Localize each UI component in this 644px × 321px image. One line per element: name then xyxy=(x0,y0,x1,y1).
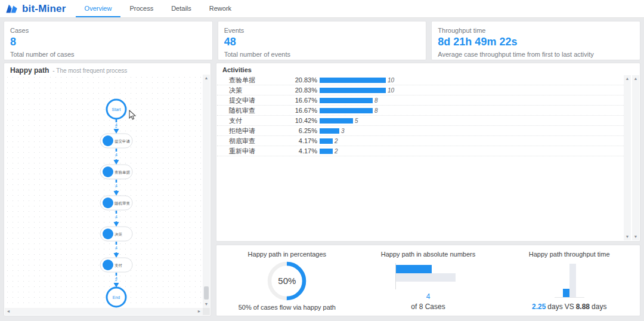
activity-value: 3 xyxy=(341,128,345,134)
activity-row[interactable]: 重新申请4.17%2 xyxy=(217,146,624,156)
flow-node-activity[interactable]: 支付 xyxy=(100,258,132,272)
card-description: Total number of events xyxy=(224,51,420,58)
scroll-up-icon[interactable]: ▲ xyxy=(632,75,639,82)
happy-path-stats-panel: Happy path in percentages 50% 50% of cas… xyxy=(216,245,640,316)
tab-details[interactable]: Details xyxy=(162,0,200,17)
total-cases-label: of 8 Cases xyxy=(411,303,445,311)
total-cases-bar xyxy=(396,273,456,282)
activities-panel: Activities 查验单据20.83%10决策20.83%10提交申请16.… xyxy=(216,63,640,242)
activities-rows: 查验单据20.83%10决策20.83%10提交申请16.67%8随机审查16.… xyxy=(217,75,624,240)
flow-edge[interactable]: 4 xyxy=(114,211,119,227)
happy-path-title: Happy path xyxy=(10,66,49,75)
scrollbar-thumb[interactable] xyxy=(204,286,209,300)
summary-card: Throughput time8d 21h 49m 22sAverage cas… xyxy=(431,21,640,60)
scroll-right-icon[interactable]: ► xyxy=(196,308,203,315)
scroll-down-icon[interactable]: ▼ xyxy=(203,301,210,308)
tab-rework[interactable]: Rework xyxy=(200,0,240,17)
activities-outer-scrollbar[interactable]: ▲ ▼ xyxy=(632,75,639,240)
activity-bar xyxy=(320,98,373,103)
tab-process[interactable]: Process xyxy=(120,0,162,17)
activity-value: 8 xyxy=(374,97,378,104)
flow-node-start[interactable]: Start xyxy=(107,100,126,119)
app-header: bit-Miner OverviewProcessDetailsRework xyxy=(0,0,644,18)
happy-path-vertical-scrollbar[interactable]: ▲ ▼ xyxy=(203,75,210,308)
flow-node-activity[interactable]: 决策 xyxy=(100,227,132,241)
card-label: Throughput time xyxy=(438,27,634,34)
activity-label: 随机审查 xyxy=(229,106,281,115)
flow-edge[interactable]: 4 xyxy=(114,149,119,165)
activity-row[interactable]: 支付10.42%5 xyxy=(217,116,624,126)
stat-throughput-caption: 2.25daysVS8.88days xyxy=(532,303,606,311)
tab-overview[interactable]: Overview xyxy=(76,0,121,17)
flow-edge[interactable]: 4 xyxy=(114,180,119,196)
activity-row[interactable]: 拒绝申请6.25%3 xyxy=(217,126,624,136)
flow-edge[interactable]: 4 xyxy=(114,273,119,288)
svg-text:Start: Start xyxy=(112,107,121,112)
activity-label: 重新申请 xyxy=(229,147,281,156)
stat-percentages-caption: 50% of cases flow via happy path xyxy=(239,304,336,311)
brand: bit-Miner xyxy=(0,0,66,17)
stat-absolute-caption: 4 of 8 Cases xyxy=(411,293,445,311)
svg-text:决策: 决策 xyxy=(114,232,123,236)
happy-days-value: 2.25 xyxy=(532,303,546,311)
edge-frequency-label: 4 xyxy=(115,123,117,127)
activity-percent: 16.67% xyxy=(281,107,317,114)
activity-percent: 10.42% xyxy=(281,117,317,124)
donut-center-label: 50% xyxy=(265,260,308,303)
happy-path-diagram[interactable]: 444444Start提交申请查验单据随机审查决策支付End xyxy=(5,75,203,308)
flow-node-end[interactable]: End xyxy=(107,288,126,307)
days-unit: days xyxy=(547,303,562,311)
activities-title: Activities xyxy=(222,66,252,73)
happy-cases-value: 4 xyxy=(426,293,431,301)
stat-absolute: Happy path in absolute numbers 4 of 8 Ca… xyxy=(358,245,499,316)
stat-absolute-title: Happy path in absolute numbers xyxy=(381,251,475,258)
svg-text:查验单据: 查验单据 xyxy=(114,170,131,175)
activity-bar xyxy=(320,88,386,93)
activity-percent: 20.83% xyxy=(281,76,317,84)
edge-frequency-label: 4 xyxy=(115,153,117,157)
scroll-down-icon[interactable]: ▼ xyxy=(632,233,639,240)
edge-frequency-label: 4 xyxy=(115,246,117,250)
mouse-cursor xyxy=(129,110,136,121)
activity-percent: 16.67% xyxy=(281,97,317,104)
activity-row[interactable]: 提交申请16.67%8 xyxy=(217,95,624,106)
svg-text:支付: 支付 xyxy=(114,263,123,268)
flow-edge[interactable]: 4 xyxy=(114,119,119,134)
activity-value: 8 xyxy=(374,107,378,114)
stat-percentages-title: Happy path in percentages xyxy=(248,251,326,258)
scroll-left-icon[interactable]: ◄ xyxy=(5,308,12,315)
happy-path-horizontal-scrollbar[interactable]: ◄ ► xyxy=(5,308,203,315)
card-value: 48 xyxy=(224,36,420,48)
svg-text:随机审查: 随机审查 xyxy=(114,201,131,206)
activities-inner-scrollbar[interactable]: ▲ ▼ xyxy=(624,75,631,240)
flow-node-activity[interactable]: 查验单据 xyxy=(100,165,132,179)
card-value: 8d 21h 49m 22s xyxy=(438,36,634,48)
happy-path-throughput-chart xyxy=(555,263,584,298)
activity-percent: 4.17% xyxy=(281,137,317,144)
activity-percent: 6.25% xyxy=(281,127,317,134)
scrollbar-corner xyxy=(203,308,210,315)
days-unit: days xyxy=(592,303,606,311)
flow-node-activity[interactable]: 随机审查 xyxy=(100,196,132,210)
app-title: bit-Miner xyxy=(22,3,66,15)
activities-scrollbars: ▲ ▼ ▲ ▼ xyxy=(624,75,639,240)
activity-value: 10 xyxy=(388,77,394,84)
flow-edge[interactable]: 4 xyxy=(114,242,119,258)
activity-value: 2 xyxy=(335,138,338,144)
scroll-down-icon[interactable]: ▼ xyxy=(624,233,631,240)
activity-row[interactable]: 随机审查16.67%8 xyxy=(217,106,624,116)
activity-row[interactable]: 决策20.83%10 xyxy=(217,85,624,95)
happy-cases-bar xyxy=(396,265,432,273)
activity-bar xyxy=(320,78,386,83)
flow-node-activity[interactable]: 提交申请 xyxy=(100,134,132,148)
activity-bar xyxy=(320,149,333,154)
card-label: Events xyxy=(224,27,420,34)
activity-row[interactable]: 彻底审查4.17%2 xyxy=(217,136,624,146)
activity-row[interactable]: 查验单据20.83%10 xyxy=(217,75,624,85)
activity-label: 查验单据 xyxy=(229,76,281,85)
scroll-up-icon[interactable]: ▲ xyxy=(624,75,631,82)
summary-card: Cases8Total number of cases xyxy=(4,21,213,60)
scroll-up-icon[interactable]: ▲ xyxy=(203,75,210,82)
total-throughput-bar xyxy=(569,264,576,297)
card-value: 8 xyxy=(10,36,206,48)
